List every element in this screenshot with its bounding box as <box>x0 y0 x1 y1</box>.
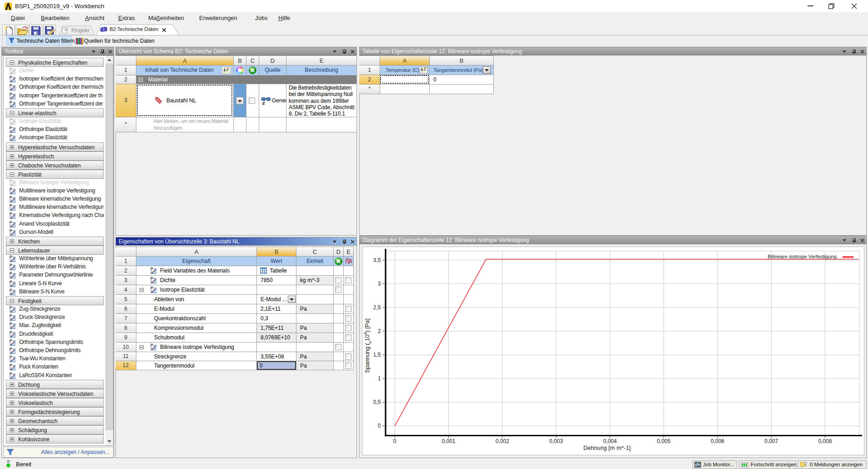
svg-text:1: 1 <box>378 375 381 382</box>
svg-text:3,5: 3,5 <box>373 257 381 263</box>
svg-text:Spannung (x108) [Pa]: Spannung (x108) [Pa] <box>363 318 372 373</box>
svg-text:0,007: 0,007 <box>764 438 778 444</box>
svg-text:0: 0 <box>378 423 381 429</box>
svg-text:1,5: 1,5 <box>373 352 381 358</box>
svg-text:2: 2 <box>378 328 381 334</box>
svg-text:Bilineare isotrope Verfestigun: Bilineare isotrope Verfestigung <box>768 254 837 259</box>
svg-text:0,5: 0,5 <box>373 399 381 405</box>
svg-text:0: 0 <box>393 438 396 444</box>
svg-text:0,003: 0,003 <box>549 438 563 444</box>
svg-text:Dehnung [m m^-1]: Dehnung [m m^-1] <box>583 445 631 451</box>
svg-text:0,006: 0,006 <box>711 438 724 444</box>
svg-text:3: 3 <box>378 281 381 287</box>
svg-text:2,5: 2,5 <box>373 304 381 311</box>
svg-text:0,005: 0,005 <box>657 438 671 444</box>
svg-text:0,001: 0,001 <box>442 438 455 444</box>
svg-text:0,008: 0,008 <box>818 438 832 444</box>
svg-text:p: p <box>348 260 350 264</box>
svg-text:0: 0 <box>804 462 806 465</box>
svg-text:0,002: 0,002 <box>496 438 509 444</box>
svg-text:0,004: 0,004 <box>603 438 617 444</box>
